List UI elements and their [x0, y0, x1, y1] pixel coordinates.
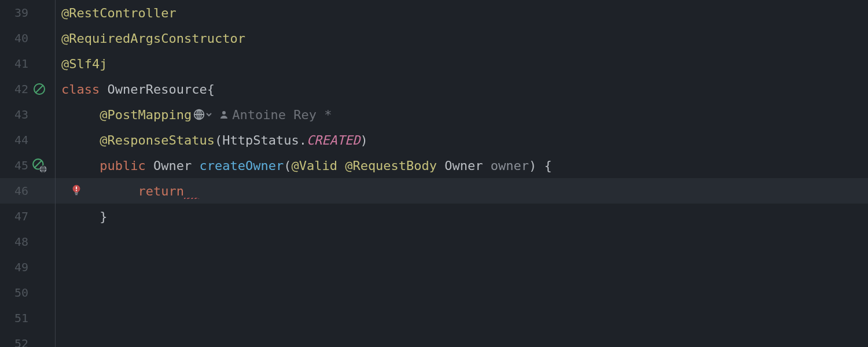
person-icon [219, 110, 229, 119]
gutter-row[interactable]: 42 [0, 76, 55, 102]
code-line[interactable] [56, 229, 868, 254]
line-number: 39 [9, 6, 28, 20]
code-line[interactable]: @PostMapping Antoine Rey * [56, 102, 868, 127]
line-number: 51 [9, 311, 28, 325]
gutter-row[interactable]: 51 [0, 305, 55, 331]
code-line[interactable]: return [56, 178, 868, 204]
annotation: @RestController [61, 6, 176, 20]
gutter-row[interactable]: 50 [0, 280, 55, 305]
code-line[interactable]: public Owner createOwner(@Valid @Request… [56, 153, 868, 178]
svg-point-13 [222, 111, 226, 115]
gutter-row[interactable]: 48 [0, 229, 55, 254]
annotation: @ResponseStatus [100, 133, 215, 147]
method-name: createOwner [199, 158, 284, 173]
line-number: 43 [9, 108, 28, 121]
url-mapping-inlay-icon[interactable] [193, 108, 212, 121]
gutter-row[interactable]: 46 [0, 178, 55, 204]
gutter-row[interactable]: 45 [0, 153, 55, 178]
brace: } [100, 209, 107, 224]
code-line[interactable]: @RestController [56, 0, 868, 25]
code-line[interactable]: @ResponseStatus(HttpStatus.CREATED) [56, 127, 868, 153]
line-number: 50 [9, 286, 28, 300]
class-name: OwnerResource [107, 82, 207, 97]
gutter-row[interactable]: 41 [0, 51, 55, 76]
chevron-down-icon [205, 111, 212, 118]
code-line[interactable] [56, 331, 868, 347]
gutter: 39 40 41 42 43 44 45 [0, 0, 56, 347]
code-line[interactable]: } [56, 204, 868, 229]
author-name: Antoine Rey * [232, 108, 332, 122]
line-number: 42 [9, 82, 28, 96]
gutter-row[interactable]: 40 [0, 25, 55, 51]
gutter-row[interactable]: 49 [0, 254, 55, 280]
line-number: 49 [9, 260, 28, 274]
gutter-row[interactable]: 52 [0, 331, 55, 347]
line-number: 48 [9, 235, 28, 249]
gutter-row[interactable]: 39 [0, 0, 55, 25]
error-bulb-icon[interactable] [70, 184, 83, 197]
line-number: 45 [9, 158, 28, 172]
line-number: 52 [9, 337, 28, 347]
gutter-row[interactable]: 44 [0, 127, 55, 153]
enum-const: CREATED [307, 133, 361, 147]
annotation: @RequiredArgsConstructor [61, 31, 245, 46]
keyword: class [61, 82, 100, 97]
line-number: 44 [9, 133, 28, 147]
author-inlay[interactable]: Antoine Rey * [219, 108, 332, 122]
code-line[interactable] [56, 280, 868, 305]
code-line[interactable]: @RequiredArgsConstructor [56, 25, 868, 51]
endpoint-gutter-icon[interactable] [28, 158, 50, 173]
disabled-inspection-icon[interactable] [28, 82, 50, 96]
code-editor: 39 40 41 42 43 44 45 [0, 0, 868, 347]
line-number: 46 [9, 184, 28, 198]
parameter: owner [491, 158, 529, 173]
annotation: @PostMapping [100, 108, 192, 122]
line-number: 40 [9, 31, 28, 45]
gutter-row[interactable]: 43 [0, 102, 55, 127]
keyword: return [138, 184, 183, 198]
code-line[interactable]: class OwnerResource { [56, 76, 868, 102]
line-number: 41 [9, 57, 28, 71]
error-squiggle [184, 183, 200, 199]
brace: { [207, 82, 215, 97]
code-line[interactable] [56, 305, 868, 331]
annotation: @Slf4j [61, 57, 107, 71]
code-line[interactable]: @Slf4j [56, 51, 868, 76]
gutter-row[interactable]: 47 [0, 204, 55, 229]
code-line[interactable] [56, 254, 868, 280]
code-area[interactable]: @RestController @RequiredArgsConstructor… [56, 0, 868, 347]
line-number: 47 [9, 209, 28, 223]
